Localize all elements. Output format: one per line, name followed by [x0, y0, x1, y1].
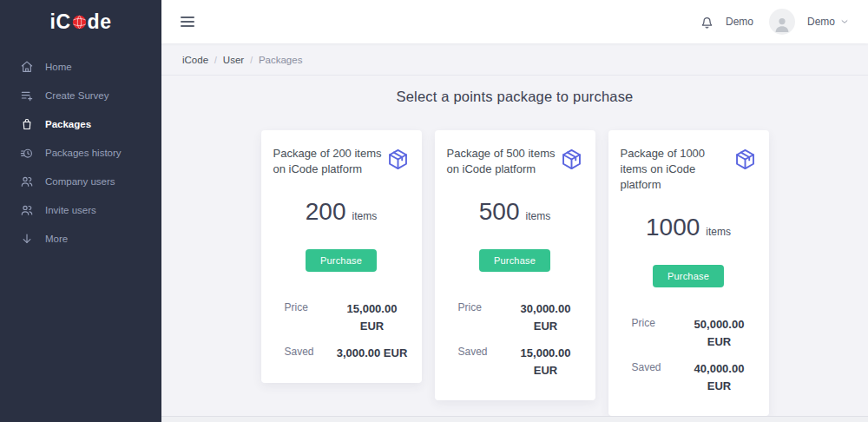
package-count-unit: items — [706, 226, 731, 238]
sidebar-item-label: Packages history — [45, 148, 122, 158]
package-title: Package of 500 items on iCode platform — [447, 146, 560, 177]
package-box-icon — [386, 148, 410, 171]
price-row: Price 50,000.00 EUR — [621, 316, 757, 351]
logo[interactable]: iC de — [0, 0, 161, 43]
sidebar-item-more[interactable]: More — [0, 224, 161, 253]
package-count-unit: items — [526, 210, 551, 222]
price-row: Price 30,000.00 EUR — [447, 300, 583, 335]
package-title: Package of 1000 items on iCode platform — [621, 146, 733, 193]
sidebar-item-create-survey[interactable]: Create Survey — [0, 81, 161, 109]
saved-label: Saved — [285, 345, 335, 358]
main-column: Demo Demo iCode / User / Packages Select… — [161, 0, 868, 422]
home-icon — [20, 60, 34, 74]
breadcrumb-current: Packages — [259, 55, 303, 65]
package-count: 1000 — [646, 214, 700, 241]
package-card-200: Package of 200 items on iCode platform 2… — [261, 130, 422, 383]
purchase-button[interactable]: Purchase — [653, 265, 724, 287]
sidebar-item-company-users[interactable]: Company users — [0, 167, 161, 195]
breadcrumb-link-icode[interactable]: iCode — [182, 55, 208, 65]
chevron-down-icon — [840, 17, 849, 26]
create-survey-icon — [20, 89, 34, 102]
app-window: iC de Home Creat — [0, 0, 868, 422]
history-icon — [20, 146, 34, 160]
price-label: Price — [458, 300, 509, 313]
saved-label: Saved — [632, 360, 682, 373]
saved-value: 40,000.00 EUR — [682, 360, 757, 395]
logo-prefix: iC — [50, 12, 71, 32]
content-area: iCode / User / Packages Select a points … — [161, 43, 868, 422]
package-box-icon — [733, 148, 757, 171]
person-icon — [772, 14, 792, 35]
package-box-icon — [560, 148, 583, 171]
avatar — [769, 9, 795, 35]
saved-row: Saved 3,000.00 EUR — [273, 345, 410, 362]
price-label: Price — [632, 316, 682, 329]
logo-red-globe-icon — [72, 15, 87, 30]
logo-text: iC de — [50, 12, 112, 32]
arrow-down-icon — [20, 232, 34, 246]
user-menu[interactable]: Demo — [769, 9, 849, 35]
price-value: 50,000.00 EUR — [682, 316, 757, 351]
users-icon — [20, 175, 34, 188]
saved-row: Saved 40,000.00 EUR — [621, 360, 757, 395]
sidebar-item-label: Invite users — [45, 205, 96, 215]
breadcrumb-separator: / — [214, 56, 217, 65]
sidebar-item-label: Company users — [45, 176, 115, 187]
package-count-unit: items — [352, 210, 378, 222]
sidebar-item-label: Packages — [45, 119, 91, 129]
price-row: Price 15,000.00 EUR — [273, 300, 410, 335]
sidebar-item-label: Create Survey — [45, 90, 109, 101]
purchase-button[interactable]: Purchase — [479, 249, 550, 272]
saved-label: Saved — [458, 345, 509, 358]
package-cards: Package of 200 items on iCode platform 2… — [161, 130, 868, 416]
sidebar: iC de Home Creat — [0, 0, 161, 422]
saved-row: Saved 15,000.00 EUR — [447, 345, 583, 379]
logo-suffix: de — [88, 12, 112, 32]
company-name: Demo — [726, 16, 753, 28]
topbar: Demo Demo — [161, 0, 868, 43]
footer: 2022 © Senetic. ® — [161, 416, 868, 422]
price-value: 15,000.00 EUR — [335, 300, 410, 335]
package-count: 500 — [479, 198, 520, 226]
sidebar-nav: Home Create Survey Packages Packages his… — [0, 43, 161, 253]
sidebar-item-packages-history[interactable]: Packages history — [0, 138, 161, 167]
users-icon — [20, 203, 34, 217]
breadcrumb-link-user[interactable]: User — [223, 55, 244, 65]
breadcrumb-separator: / — [250, 56, 253, 65]
sidebar-item-label: More — [45, 234, 68, 244]
package-count: 200 — [306, 198, 346, 226]
packages-bag-icon — [20, 117, 34, 131]
topbar-right: Demo Demo — [699, 9, 849, 35]
user-name: Demo — [807, 16, 835, 28]
saved-value: 15,000.00 EUR — [509, 345, 583, 379]
package-card-500: Package of 500 items on iCode platform 5… — [435, 130, 595, 400]
sidebar-item-label: Home — [45, 62, 72, 72]
sidebar-item-packages[interactable]: Packages — [0, 109, 161, 138]
purchase-button[interactable]: Purchase — [306, 249, 377, 272]
page-title: Select a points package to purchase — [161, 89, 868, 105]
package-card-1000: Package of 1000 items on iCode platform … — [608, 130, 769, 416]
notifications-bell-icon[interactable] — [699, 14, 715, 30]
price-value: 30,000.00 EUR — [509, 300, 583, 335]
sidebar-item-invite-users[interactable]: Invite users — [0, 195, 161, 224]
sidebar-item-home[interactable]: Home — [0, 52, 161, 81]
saved-value: 3,000.00 EUR — [335, 345, 410, 362]
breadcrumb: iCode / User / Packages — [161, 43, 868, 76]
hamburger-menu-button[interactable] — [179, 13, 196, 30]
price-label: Price — [285, 300, 335, 313]
package-title: Package of 200 items on iCode platform — [273, 146, 386, 177]
